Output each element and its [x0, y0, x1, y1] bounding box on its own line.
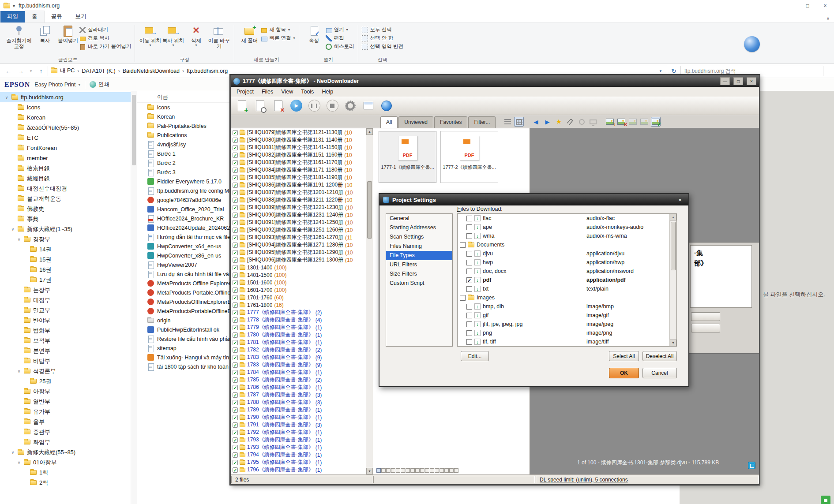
scroll-up-icon[interactable]: ▲ [366, 128, 373, 135]
checkbox-checked-icon[interactable] [233, 228, 238, 233]
history-button[interactable]: 히스토리 [326, 43, 354, 50]
print-button[interactable]: 인쇄 [90, 81, 109, 88]
forward-button[interactable]: → [15, 66, 26, 76]
move-to-button[interactable]: 이동 위치 ▾ [139, 24, 162, 48]
paste-shortcut-button[interactable]: 바로 가기 붙여넣기 [79, 43, 131, 50]
properties-button[interactable]: 속성 [303, 24, 326, 45]
tree-item[interactable]: FontKorean [0, 143, 131, 153]
tree-item[interactable]: 보적부 [0, 336, 131, 346]
select-none-button[interactable]: 선택 안 함 [362, 35, 403, 41]
tree-item[interactable]: 율부 [0, 417, 131, 427]
checkbox-checked-icon[interactable] [233, 437, 238, 443]
nd-list-item[interactable]: 1401-1500(100) [231, 271, 372, 279]
tree-item[interactable]: 중관부 [0, 427, 131, 437]
settings-category-starting-addresses[interactable]: Starting Addresses [386, 223, 452, 232]
checkbox-checked-icon[interactable] [233, 407, 238, 413]
tree-item[interactable]: 논장부 [0, 285, 131, 295]
cut-button[interactable]: 잘라내기 [79, 26, 131, 33]
settings-category-file-types[interactable]: File Types [386, 251, 452, 260]
nd-list-item[interactable]: 1782《續修四庫全書·集部》(2) [231, 346, 372, 354]
tree-item[interactable]: member [0, 153, 131, 163]
file-type-row[interactable]: gifimage/gif [458, 311, 676, 320]
nd-list-item[interactable]: [SHIQU089]續修四庫全书第1221-1230册(10 [231, 204, 372, 211]
tree-item[interactable]: 불교개혁운동 [0, 194, 131, 204]
nd-list-item[interactable]: [SHIQU095]續修四庫全书第1281-1290册(10 [231, 249, 372, 256]
nd-list-item[interactable]: 1787《續修四庫全書·集部》(3) [231, 391, 372, 399]
nd-list-item[interactable]: [SHIQU088]續修四庫全书第1211-1220册(10 [231, 196, 372, 204]
checkbox-checked-icon[interactable] [233, 392, 238, 398]
nd-list-item[interactable]: [SHIQU086]續修四庫全书第1191-1200册(10 [231, 181, 372, 189]
select-all-button[interactable]: Select All [609, 351, 639, 361]
edit-button[interactable]: Edit... [461, 351, 489, 361]
chevron-icon[interactable]: ∨ [11, 227, 15, 231]
checkbox-icon[interactable] [466, 216, 472, 221]
nd-list-item[interactable]: 1786《續修四庫全書·集部》(1) [231, 384, 372, 391]
nd-list-item[interactable]: 1791《續修四庫全書·集部》(3) [231, 421, 372, 429]
chevron-icon[interactable]: ∨ [11, 450, 15, 455]
file-type-row[interactable]: txttext/plain [458, 284, 676, 293]
file-type-row[interactable]: bmp, dibimage/bmp [458, 302, 676, 311]
copy-path-button[interactable]: 경로 복사 [79, 35, 131, 41]
nd-list-item[interactable]: 1795《續修四庫全書·集部》(1) [231, 459, 372, 466]
page-box[interactable] [410, 468, 415, 473]
quick-access-caret-icon[interactable]: ▾ [13, 4, 15, 8]
checkbox-checked-icon[interactable] [233, 160, 238, 165]
browser-button[interactable] [379, 98, 394, 113]
pause-download-button[interactable] [307, 98, 322, 113]
menu-item-help[interactable]: Help [318, 87, 337, 96]
checkbox-checked-icon[interactable] [233, 370, 238, 375]
tree-item[interactable]: icons [0, 102, 131, 112]
tree-item[interactable]: ∨경장부 [0, 234, 131, 244]
share-button[interactable] [577, 117, 586, 127]
start-download-button[interactable] [289, 98, 304, 113]
project-settings-button[interactable] [252, 98, 267, 113]
background-dialog-button[interactable] [691, 324, 720, 332]
settings-category-files-naming[interactable]: Files Naming [386, 242, 452, 251]
tree-item[interactable]: ∨석경론부 [0, 366, 131, 376]
tree-item[interactable]: ∨新修大藏經(1~35) [0, 224, 131, 234]
rename-button[interactable]: 이름 바꾸기 [207, 24, 230, 50]
options-button[interactable] [343, 98, 358, 113]
new-item-button[interactable]: 새 항목▾ [261, 26, 295, 33]
tree-item[interactable]: 대집부 [0, 295, 131, 305]
minimize-button[interactable]: — [781, 0, 799, 11]
nd-list-item[interactable]: [SHIQU083]續修四庫全书第1161-1170册(10 [231, 159, 372, 166]
copy-to-button[interactable]: 복사 위치 ▾ [162, 24, 184, 48]
deselect-all-button[interactable]: Deselect All [642, 351, 677, 361]
checkbox-checked-icon[interactable] [233, 347, 238, 353]
open-button[interactable]: 열기▾ [326, 26, 354, 33]
nd-list-item[interactable]: 1785《續修四庫全書·集部》(2) [231, 376, 372, 384]
checkbox-checked-icon[interactable] [233, 190, 238, 195]
file-type-row[interactable]: wmaaudio/x-ms-wma [458, 231, 676, 240]
nd-list-item[interactable]: [SHIQU084]續修四庫全书第1171-1180册(10 [231, 166, 372, 174]
settings-category-size-filters[interactable]: Size Filters [386, 269, 452, 279]
checkbox-checked-icon[interactable] [233, 422, 238, 428]
checkbox-icon[interactable] [460, 242, 466, 248]
menu-item-view[interactable]: View [277, 87, 297, 96]
scroll-up-icon[interactable]: ▲ [670, 214, 676, 220]
image-tool-button[interactable] [639, 117, 649, 127]
select-all-button[interactable]: 모두 선택 [362, 26, 403, 33]
nd-list-item[interactable]: [SHIQU087]續修四庫全书第1201-1210册(10 [231, 189, 372, 196]
checkbox-checked-icon[interactable] [233, 175, 238, 180]
nd-list-item[interactable]: [SHIQU079]續修四庫全书第1121-1130册(10 [231, 129, 372, 136]
file-type-row[interactable]: Images [458, 293, 676, 302]
menu-item-tools[interactable]: Tools [297, 87, 318, 96]
checkbox-checked-icon[interactable] [233, 220, 238, 225]
tray-icon[interactable] [821, 496, 830, 504]
checkbox-icon[interactable] [466, 251, 472, 257]
tree-item[interactable]: ETC [0, 133, 131, 143]
page-box[interactable] [401, 468, 405, 473]
tab-home[interactable]: 홈 [25, 11, 45, 22]
back-button[interactable]: ← [3, 66, 14, 76]
tree-item[interactable]: ∨新修大藏經(55~85) [0, 447, 131, 457]
tree-item[interactable]: åæáóÓPíúlé(55~85) [0, 123, 131, 133]
settings-category-general[interactable]: General [386, 214, 452, 223]
page-box[interactable] [406, 468, 410, 473]
file-type-row[interactable]: pdfapplication/pdf [458, 276, 676, 284]
paste-button[interactable]: 붙여넣기 [56, 24, 79, 45]
chevron-icon[interactable]: ∨ [4, 95, 9, 100]
menu-item-files[interactable]: Files [258, 87, 277, 96]
checkbox-checked-icon[interactable] [233, 325, 238, 330]
checkbox-checked-icon[interactable] [233, 332, 238, 338]
